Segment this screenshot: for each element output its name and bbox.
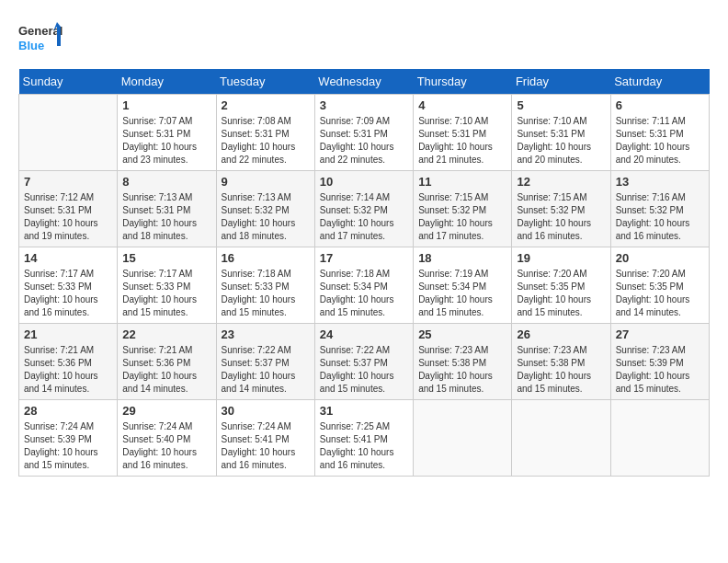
calendar-cell: 20 Sunrise: 7:20 AMSunset: 5:35 PMDaylig…	[610, 247, 709, 324]
page-header: General Blue	[18, 18, 710, 60]
day-number: 2	[222, 98, 310, 112]
calendar-cell: 23 Sunrise: 7:22 AMSunset: 5:37 PMDaylig…	[216, 324, 314, 400]
day-header-friday: Friday	[512, 69, 610, 95]
day-info: Sunrise: 7:08 AMSunset: 5:31 PMDaylight:…	[222, 115, 310, 167]
calendar-table: SundayMondayTuesdayWednesdayThursdayFrid…	[18, 69, 710, 477]
week-row-5: 28 Sunrise: 7:24 AMSunset: 5:39 PMDaylig…	[19, 400, 710, 477]
day-number: 3	[320, 98, 408, 112]
day-info: Sunrise: 7:13 AMSunset: 5:31 PMDaylight:…	[122, 191, 210, 243]
day-number: 21	[24, 327, 112, 341]
day-number: 11	[418, 175, 506, 189]
calendar-cell	[512, 400, 610, 477]
day-info: Sunrise: 7:12 AMSunset: 5:31 PMDaylight:…	[24, 191, 112, 243]
day-number: 16	[222, 251, 310, 265]
day-info: Sunrise: 7:22 AMSunset: 5:37 PMDaylight:…	[320, 344, 408, 396]
day-number: 19	[517, 251, 605, 265]
day-info: Sunrise: 7:18 AMSunset: 5:33 PMDaylight:…	[222, 268, 310, 319]
day-number: 25	[418, 327, 506, 341]
calendar-cell: 22 Sunrise: 7:21 AMSunset: 5:36 PMDaylig…	[118, 324, 216, 400]
calendar-cell: 26 Sunrise: 7:23 AMSunset: 5:38 PMDaylig…	[512, 324, 610, 400]
calendar-cell: 3 Sunrise: 7:09 AMSunset: 5:31 PMDayligh…	[314, 95, 413, 171]
day-info: Sunrise: 7:14 AMSunset: 5:32 PMDaylight:…	[320, 191, 408, 243]
logo-svg: General Blue	[18, 18, 64, 60]
day-number: 10	[320, 175, 408, 189]
day-info: Sunrise: 7:20 AMSunset: 5:35 PMDaylight:…	[616, 268, 704, 319]
week-row-4: 21 Sunrise: 7:21 AMSunset: 5:36 PMDaylig…	[19, 324, 710, 400]
calendar-cell: 9 Sunrise: 7:13 AMSunset: 5:32 PMDayligh…	[216, 171, 314, 247]
calendar-cell: 28 Sunrise: 7:24 AMSunset: 5:39 PMDaylig…	[19, 400, 118, 477]
day-number: 29	[122, 404, 210, 418]
calendar-cell: 11 Sunrise: 7:15 AMSunset: 5:32 PMDaylig…	[414, 171, 512, 247]
day-number: 6	[616, 98, 704, 112]
calendar-cell	[610, 400, 709, 477]
day-info: Sunrise: 7:23 AMSunset: 5:38 PMDaylight:…	[418, 344, 506, 396]
day-number: 1	[122, 98, 210, 112]
day-number: 23	[222, 327, 310, 341]
calendar-cell: 14 Sunrise: 7:17 AMSunset: 5:33 PMDaylig…	[19, 247, 118, 324]
calendar-cell: 15 Sunrise: 7:17 AMSunset: 5:33 PMDaylig…	[118, 247, 216, 324]
day-info: Sunrise: 7:24 AMSunset: 5:39 PMDaylight:…	[24, 420, 112, 472]
day-number: 13	[616, 175, 704, 189]
day-header-monday: Monday	[118, 69, 216, 95]
day-info: Sunrise: 7:17 AMSunset: 5:33 PMDaylight:…	[122, 268, 210, 319]
calendar-cell: 18 Sunrise: 7:19 AMSunset: 5:34 PMDaylig…	[414, 247, 512, 324]
day-header-tuesday: Tuesday	[216, 69, 314, 95]
calendar-cell: 21 Sunrise: 7:21 AMSunset: 5:36 PMDaylig…	[19, 324, 118, 400]
day-info: Sunrise: 7:22 AMSunset: 5:37 PMDaylight:…	[222, 344, 310, 396]
day-number: 27	[616, 327, 704, 341]
day-info: Sunrise: 7:13 AMSunset: 5:32 PMDaylight:…	[222, 191, 310, 243]
calendar-cell: 5 Sunrise: 7:10 AMSunset: 5:31 PMDayligh…	[512, 95, 610, 171]
calendar-cell: 10 Sunrise: 7:14 AMSunset: 5:32 PMDaylig…	[314, 171, 413, 247]
calendar-cell: 19 Sunrise: 7:20 AMSunset: 5:35 PMDaylig…	[512, 247, 610, 324]
day-info: Sunrise: 7:23 AMSunset: 5:38 PMDaylight:…	[517, 344, 605, 396]
calendar-cell	[414, 400, 512, 477]
day-number: 12	[517, 175, 605, 189]
day-number: 14	[24, 251, 112, 265]
calendar-cell: 6 Sunrise: 7:11 AMSunset: 5:31 PMDayligh…	[610, 95, 709, 171]
calendar-cell: 4 Sunrise: 7:10 AMSunset: 5:31 PMDayligh…	[414, 95, 512, 171]
logo: General Blue	[18, 18, 64, 60]
calendar-cell: 27 Sunrise: 7:23 AMSunset: 5:39 PMDaylig…	[610, 324, 709, 400]
day-number: 26	[517, 327, 605, 341]
day-number: 4	[418, 98, 506, 112]
calendar-cell: 17 Sunrise: 7:18 AMSunset: 5:34 PMDaylig…	[314, 247, 413, 324]
calendar-cell: 13 Sunrise: 7:16 AMSunset: 5:32 PMDaylig…	[610, 171, 709, 247]
calendar-cell: 30 Sunrise: 7:24 AMSunset: 5:41 PMDaylig…	[216, 400, 314, 477]
day-number: 17	[320, 251, 408, 265]
day-info: Sunrise: 7:19 AMSunset: 5:34 PMDaylight:…	[418, 268, 506, 319]
day-number: 31	[320, 404, 408, 418]
day-info: Sunrise: 7:07 AMSunset: 5:31 PMDaylight:…	[122, 115, 210, 167]
day-info: Sunrise: 7:10 AMSunset: 5:31 PMDaylight:…	[418, 115, 506, 167]
day-info: Sunrise: 7:21 AMSunset: 5:36 PMDaylight:…	[122, 344, 210, 396]
day-info: Sunrise: 7:24 AMSunset: 5:40 PMDaylight:…	[122, 420, 210, 472]
day-info: Sunrise: 7:15 AMSunset: 5:32 PMDaylight:…	[418, 191, 506, 243]
day-info: Sunrise: 7:11 AMSunset: 5:31 PMDaylight:…	[616, 115, 704, 167]
calendar-cell: 12 Sunrise: 7:15 AMSunset: 5:32 PMDaylig…	[512, 171, 610, 247]
day-number: 15	[122, 251, 210, 265]
day-info: Sunrise: 7:23 AMSunset: 5:39 PMDaylight:…	[616, 344, 704, 396]
day-info: Sunrise: 7:17 AMSunset: 5:33 PMDaylight:…	[24, 268, 112, 319]
day-info: Sunrise: 7:10 AMSunset: 5:31 PMDaylight:…	[517, 115, 605, 167]
day-number: 20	[616, 251, 704, 265]
svg-text:Blue: Blue	[18, 39, 44, 52]
day-number: 5	[517, 98, 605, 112]
day-info: Sunrise: 7:25 AMSunset: 5:41 PMDaylight:…	[320, 420, 408, 472]
day-number: 28	[24, 404, 112, 418]
calendar-cell: 1 Sunrise: 7:07 AMSunset: 5:31 PMDayligh…	[118, 95, 216, 171]
day-header-saturday: Saturday	[610, 69, 709, 95]
calendar-cell: 29 Sunrise: 7:24 AMSunset: 5:40 PMDaylig…	[118, 400, 216, 477]
day-info: Sunrise: 7:16 AMSunset: 5:32 PMDaylight:…	[616, 191, 704, 243]
day-info: Sunrise: 7:09 AMSunset: 5:31 PMDaylight:…	[320, 115, 408, 167]
day-info: Sunrise: 7:18 AMSunset: 5:34 PMDaylight:…	[320, 268, 408, 319]
day-info: Sunrise: 7:21 AMSunset: 5:36 PMDaylight:…	[24, 344, 112, 396]
day-number: 22	[122, 327, 210, 341]
calendar-cell: 16 Sunrise: 7:18 AMSunset: 5:33 PMDaylig…	[216, 247, 314, 324]
day-number: 24	[320, 327, 408, 341]
calendar-cell: 8 Sunrise: 7:13 AMSunset: 5:31 PMDayligh…	[118, 171, 216, 247]
day-info: Sunrise: 7:20 AMSunset: 5:35 PMDaylight:…	[517, 268, 605, 319]
day-header-thursday: Thursday	[414, 69, 512, 95]
week-row-3: 14 Sunrise: 7:17 AMSunset: 5:33 PMDaylig…	[19, 247, 710, 324]
calendar-cell: 31 Sunrise: 7:25 AMSunset: 5:41 PMDaylig…	[314, 400, 413, 477]
calendar-cell: 2 Sunrise: 7:08 AMSunset: 5:31 PMDayligh…	[216, 95, 314, 171]
week-row-1: 1 Sunrise: 7:07 AMSunset: 5:31 PMDayligh…	[19, 95, 710, 171]
